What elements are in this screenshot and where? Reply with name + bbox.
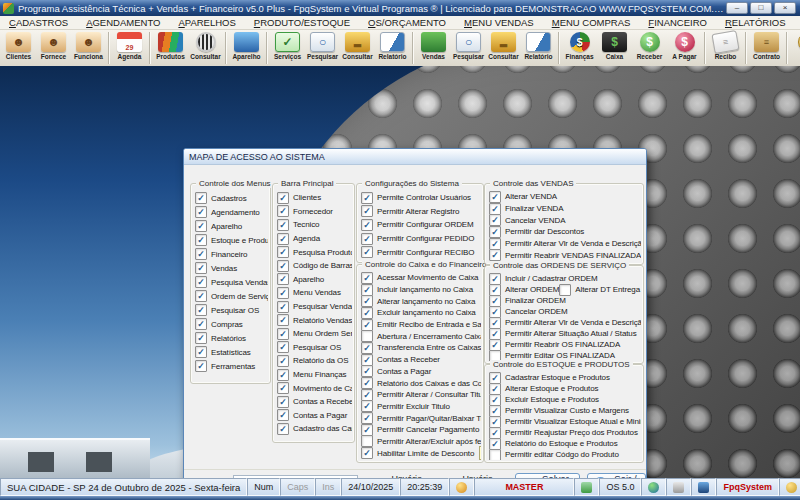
checkbox-permitir-pagar-quitar-baixar-titulo[interactable]: ✓Permitir Pagar/Quitar/Baixar Titulo [361, 412, 481, 424]
menu-os-orcamento[interactable]: OS/ORÇAMENTO [359, 17, 455, 28]
discount-limit-input[interactable] [479, 446, 481, 460]
checkbox-acessar-movimento-de-caixa[interactable]: ✓Acessar Movimento de Caixa [361, 272, 478, 284]
close-button[interactable]: × [774, 2, 796, 14]
checkbox-relatorio-dos-caixas-e-das-contas[interactable]: ✓Relatório dos Caixas e das Contas [361, 377, 481, 389]
toolbar-coins-icon[interactable]: $ [790, 30, 800, 66]
toolbar-fornece[interactable]: ☻Fornece [36, 30, 71, 66]
checkbox-compras[interactable]: ✓Compras [195, 318, 243, 330]
checkbox-finalizar-venda[interactable]: ✓Finalizar VENDA [489, 203, 564, 215]
checkbox-relatorio-vendas[interactable]: ✓Relatório Vendas [277, 314, 352, 326]
checkbox-cadastros[interactable]: ✓Cadastros [195, 192, 247, 204]
checkbox-permitir-reabrir-vendas-finalizadas[interactable]: ✓Permitir Reabrir VENDAS FINALIZADAS [489, 249, 641, 261]
checkbox-pesquisa-vendas[interactable]: ✓Pesquisa Vendas [195, 276, 268, 288]
checkbox-permitir-configurar-recibo[interactable]: ✓Permitir Configurar RECIBO [361, 246, 474, 258]
toolbar-group: ☻Clientes☻Fornece☻Funciona [0, 30, 107, 66]
checkbox-aparelho[interactable]: ✓Aparelho [277, 273, 324, 285]
checkbox-fornecedor[interactable]: ✓Fornecedor [277, 205, 333, 217]
toolbar-recibo[interactable]: ≡Recibo [708, 30, 743, 66]
checkbox-estoque-e-produtos[interactable]: ✓Estoque e Produtos [195, 234, 268, 246]
checkbox-contas-a-pagar[interactable]: ✓Contas a Pagar [361, 365, 431, 377]
checkbox-codigo-de-barras[interactable]: ✓Código de Barras [277, 260, 352, 272]
checkbox-menu-financas[interactable]: ✓Menu Finanças [277, 369, 346, 381]
toolbar-pesquisar[interactable]: ○Pesquisar [451, 30, 486, 66]
checkbox-permitir-dar-descontos[interactable]: ✓Permitir dar Descontos [489, 226, 584, 238]
toolbar-servicos[interactable]: ✓Serviços [270, 30, 305, 66]
checkbox-permitir-editar-codgo-do-produto[interactable]: Permitir editar Códgo do Produto [489, 449, 619, 461]
checkbox-permitir-configurar-ordem[interactable]: ✓Permitir Configurar ORDEM [361, 219, 474, 231]
checkbox-row: ✓Contas a Receber [277, 395, 352, 409]
toolbar-agenda[interactable]: 29Agenda [112, 30, 147, 66]
checkbox-abertura-encerramento-caixa[interactable]: Abertura / Encerramento Caixa [361, 330, 481, 342]
toolbar-consultar[interactable]: ▂Consultar [486, 30, 521, 66]
checkbox-permitir-cancelar-pagamento-do-titulo[interactable]: ✓Permitir Cancelar Pagamento do Titulo [361, 424, 481, 436]
checkbox-cancelar-venda[interactable]: ✓Cancelar VENDA [489, 214, 565, 226]
checkbox-clientes[interactable]: ✓Clientes [277, 192, 321, 204]
toolbar-financas[interactable]: $Finanças [562, 30, 597, 66]
menu-menu-compras[interactable]: MENU COMPRAS [543, 17, 640, 28]
toolbar-relatorio[interactable]: Relatório [521, 30, 556, 66]
toolbar-aparelho[interactable]: Aparelho [229, 30, 264, 66]
checkbox-transferencia-entre-os-caixas[interactable]: ✓Transferencia Entre os Caixas [361, 342, 481, 354]
checkbox-permitir-excluir-titulo[interactable]: ✓Permitir Excluir Titulo [361, 400, 450, 412]
checkbox-relatorio-da-os[interactable]: ✓Relatório da OS [277, 355, 348, 367]
checkbox-excluir-lancamento-no-caixa[interactable]: ✓Excluir lançamento no Caixa [361, 307, 476, 319]
toolbar-consultar[interactable]: ▂Consultar [340, 30, 375, 66]
checkbox-incluir-lancamento-no-caixa[interactable]: ✓Incluir lançamento no Caixa [361, 284, 473, 296]
menu-relatorios[interactable]: RELATÓRIOS [716, 17, 795, 28]
toolbar-relatorio[interactable]: Relatório [375, 30, 410, 66]
checkbox-estatisticas[interactable]: ✓Estatísticas [195, 346, 251, 358]
checkbox-pesquisa-produtos[interactable]: ✓Pesquisa Produtos [277, 246, 352, 258]
minimize-button[interactable]: – [726, 2, 748, 14]
checkbox-ordem-de-servico[interactable]: ✓Ordem de Serviço [195, 290, 268, 302]
checkbox-alterar-lancamento-no-caixa[interactable]: ✓Alterar lançamento no Caixa [361, 295, 475, 307]
checkbox-cadastro-das-cartas[interactable]: ✓Cadastro das Cartas [277, 423, 352, 435]
checkbox-habilitar-limite-de-desconto[interactable]: ✓Habilitar Limite de Desconto [361, 447, 474, 459]
menu-aparelhos[interactable]: APARELHOS [169, 17, 244, 28]
toolbar-pesquisar[interactable]: ○Pesquisar [305, 30, 340, 66]
checkbox-movimento-de-caixa[interactable]: ✓Movimento de Caixa [277, 382, 352, 394]
checkbox-emitir-recibo-de-entrada-e-saida[interactable]: ✓Emitir Recibo de Entrada e Saida [361, 319, 481, 331]
toolbar-produtos[interactable]: Produtos [153, 30, 188, 66]
checkbox-menu-ordem-servico[interactable]: ✓Menu Ordem Serviço [277, 328, 352, 340]
checkbox-ferramentas[interactable]: ✓Ferramentas [195, 360, 255, 372]
menu-estatistica[interactable]: ESTATISTICA [795, 17, 800, 28]
checkbox-permite-controlar-usuarios[interactable]: ✓Permite Controlar Usuários [361, 192, 471, 204]
checkbox-pesquisar-os[interactable]: ✓Pesquisar OS [195, 304, 259, 316]
menu-produto-estoque[interactable]: PRODUTO/ESTOQUE [245, 17, 359, 28]
menu-agendamento[interactable]: AGENDAMENTO [77, 17, 169, 28]
toolbar-vendas[interactable]: Vendas [416, 30, 451, 66]
checkbox-row: ✓Relatórios [195, 331, 268, 345]
checkbox-permitir-alterar-excluir-apos-fechamento[interactable]: Permitir Alterar/Excluir após fechamento [361, 435, 481, 447]
checkbox-pesquisar-vendas[interactable]: ✓Pesquisar Vendas [277, 301, 352, 313]
toolbar-caixa[interactable]: $Caixa [597, 30, 632, 66]
toolbar-consultar[interactable]: Consultar [188, 30, 223, 66]
checkbox-contas-a-receber[interactable]: ✓Contas a Receber [361, 354, 440, 366]
menu-financeiro[interactable]: FINANCEIRO [639, 17, 716, 28]
toolbar-contrato[interactable]: ≡Contrato [749, 30, 784, 66]
checkbox-agendamento[interactable]: ✓Agendamento [195, 206, 260, 218]
checkbox-contas-a-pagar[interactable]: ✓Contas a Pagar [277, 409, 347, 421]
maximize-button[interactable]: □ [750, 2, 772, 14]
menu-cadastros[interactable]: CADASTROS [0, 17, 77, 28]
checkbox-aparelho[interactable]: ✓Aparelho [195, 220, 242, 232]
checkbox-alterar-dt-entrega[interactable]: Alterar DT Entrega [559, 284, 640, 296]
checkbox-permitir-configurar-pedido[interactable]: ✓Permitir Configurar PEDIDO [361, 233, 474, 245]
checkbox-agenda[interactable]: ✓Agenda [277, 233, 320, 245]
checkbox-vendas[interactable]: ✓Vendas [195, 262, 237, 274]
checkbox-relatorios[interactable]: ✓Relatórios [195, 332, 246, 344]
checkbox-alterar-venda[interactable]: ✓Alterar VENDA [489, 191, 557, 203]
checkbox-tecnico[interactable]: ✓Tecnico [277, 219, 319, 231]
checkbox-menu-vendas[interactable]: ✓Menu Vendas [277, 287, 341, 299]
checkbox-permitir-alterar-consultar-titulo[interactable]: ✓Permitir Alterar / Consultar Titulo [361, 389, 481, 401]
toolbar-funciona[interactable]: ☻Funciona [71, 30, 106, 66]
toolbar-label: Produtos [156, 53, 185, 60]
checkbox-pesquisar-os[interactable]: ✓Pesquisar OS [277, 341, 341, 353]
checkbox-financeiro[interactable]: ✓Financeiro [195, 248, 247, 260]
toolbar-a-pagar[interactable]: $A Pagar [667, 30, 702, 66]
checkbox-contas-a-receber[interactable]: ✓Contas a Receber [277, 396, 352, 408]
toolbar-receber[interactable]: $Receber [632, 30, 667, 66]
toolbar-clientes[interactable]: ☻Clientes [1, 30, 36, 66]
menu-menu-vendas[interactable]: MENU VENDAS [455, 17, 543, 28]
checkbox-permitir-alterar-vlr-de-venda-e-descricao[interactable]: ✓Permitir Alterar Vlr de Venda e Descriç… [489, 238, 641, 250]
checkbox-permitir-alterar-registro[interactable]: ✓Permitir Alterar Registro [361, 205, 459, 217]
